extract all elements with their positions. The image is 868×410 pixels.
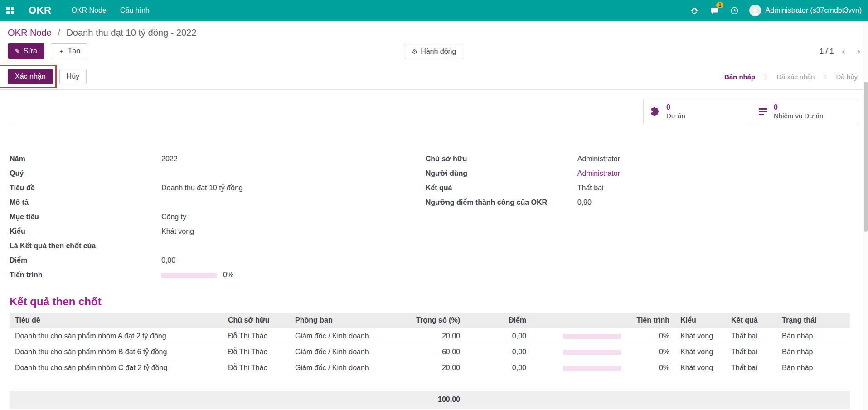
column-state[interactable]: Trạng thái — [776, 313, 850, 328]
field-row-threshold: Ngưỡng điểm thành công của OKR 0,90 — [426, 197, 858, 211]
field-label: Kiểu — [10, 226, 161, 237]
progress-value: 0% — [223, 269, 233, 281]
cell-weight: 20,00 — [397, 360, 466, 376]
form-fields: Năm 2022 Quý Tiêu đề Doanh thu đạt 10 tỷ… — [10, 153, 858, 284]
field-label: Mục tiêu — [10, 211, 161, 223]
column-kind[interactable]: Kiểu — [675, 313, 726, 328]
pager-next-icon[interactable]: › — [857, 48, 860, 56]
cell-progress: 0% — [532, 344, 675, 360]
field-value-kind: Khát vọng — [161, 226, 194, 237]
action-button[interactable]: ⚙Hành động — [405, 44, 464, 59]
field-label: Năm — [10, 153, 161, 165]
cell-owner: Đỗ Thị Thảo — [223, 360, 290, 376]
cell-title: Doanh thu cho sản phẩm nhóm C đạt 2 tỷ đ… — [10, 360, 223, 376]
edit-button[interactable]: ✎Sửa — [8, 43, 44, 59]
user-avatar — [749, 5, 761, 16]
cell-department: Giám đốc / Kinh doanh — [290, 344, 397, 360]
cell-owner: Đỗ Thị Thảo — [223, 344, 290, 360]
breadcrumb: OKR Node / Doanh thu đạt 10 tỷ đồng - 20… — [0, 21, 868, 41]
form-sheet: 0 Dự án 0 Nhiệm vụ Dự án Năm 2022 Quý — [0, 99, 868, 409]
user-menu[interactable]: Administrator (s37cmdbt3vvn) — [749, 5, 862, 16]
app-brand[interactable]: OKR — [29, 5, 51, 16]
stat-button-projects[interactable]: 0 Dự án — [643, 99, 751, 124]
cell-state: Bản nháp — [776, 344, 850, 360]
field-value-threshold: 0,90 — [577, 197, 592, 208]
topbar-right: 1 Administrator (s37cmdbt3vvn) — [689, 5, 862, 16]
control-left: ✎Sửa ＋Tạo — [8, 43, 262, 59]
field-row-user: Người dùng Administrator — [426, 168, 858, 182]
scrollbar-thumb[interactable] — [864, 82, 868, 232]
pencil-icon: ✎ — [15, 48, 20, 55]
top-navbar: OKR OKR Node Cấu hình 1 — [0, 0, 868, 21]
field-value-score: 0,00 — [161, 255, 175, 266]
field-label: Kết quả — [426, 182, 577, 194]
vertical-scrollbar[interactable] — [863, 21, 868, 410]
weight-total: 100,00 — [397, 391, 466, 409]
cell-progress: 0% — [532, 328, 675, 344]
cell-score: 0,00 — [466, 360, 532, 376]
apps-menu-icon[interactable] — [6, 7, 14, 14]
table-row[interactable]: Doanh thu cho sản phẩm nhóm C đạt 2 tỷ đ… — [10, 360, 850, 376]
messages-icon[interactable]: 1 — [709, 5, 719, 15]
cell-result: Thất bại — [726, 360, 776, 376]
column-score[interactable]: Điểm — [466, 313, 532, 328]
column-owner[interactable]: Chủ sở hữu — [223, 313, 290, 328]
breadcrumb-separator: / — [58, 28, 60, 38]
field-label: Chủ sở hữu — [426, 153, 577, 165]
create-button[interactable]: ＋Tạo — [51, 43, 87, 59]
field-row-progress: Tiến trình 0% — [10, 269, 426, 284]
debug-bug-icon[interactable] — [689, 5, 699, 15]
cell-kind: Khát vọng — [675, 344, 726, 360]
field-label: Ngưỡng điểm thành công của OKR — [426, 197, 577, 208]
field-value-result: Thất bại — [577, 182, 604, 194]
step-cancelled[interactable]: Đã hủy — [833, 73, 860, 81]
stat-projects-label: Dự án — [666, 112, 685, 121]
field-label: Mô tả — [10, 197, 161, 208]
field-value-user-link[interactable]: Administrator — [577, 168, 620, 179]
table-row[interactable]: Doanh thu cho sản phẩm nhóm A đạt 2 tỷ đ… — [10, 328, 850, 344]
tasks-list-icon — [757, 106, 768, 117]
field-label: Là Kết quả then chốt của — [10, 240, 161, 252]
progress-bar — [563, 366, 621, 371]
field-row-score: Điểm 0,00 — [10, 255, 426, 269]
cell-kind: Khát vọng — [675, 328, 726, 344]
progress-bar — [563, 350, 621, 355]
totals-row: 100,00 — [10, 391, 850, 409]
control-panel: ✎Sửa ＋Tạo ⚙Hành động 1 / 1 ‹ › — [0, 41, 868, 64]
column-result[interactable]: Kết quả — [726, 313, 776, 328]
column-title[interactable]: Tiêu đề — [10, 313, 223, 328]
step-arrow-icon — [821, 74, 827, 80]
cell-score: 0,00 — [466, 328, 532, 344]
field-label: Điểm — [10, 255, 161, 266]
control-center: ⚙Hành động — [262, 44, 606, 59]
cell-weight: 60,00 — [397, 344, 466, 360]
pager-counter: 1 / 1 — [820, 48, 834, 56]
stat-button-strip: 0 Dự án 0 Nhiệm vụ Dự án — [10, 99, 858, 124]
progress-bar — [161, 273, 217, 278]
confirm-button[interactable]: Xác nhận — [8, 69, 53, 84]
menu-okr-node[interactable]: OKR Node — [71, 6, 106, 14]
statusbar: Xác nhận Hủy Bản nháp Đã xác nhận Đã hủy — [0, 64, 868, 90]
cell-owner: Đỗ Thị Thảo — [223, 328, 290, 344]
pager-previous-icon[interactable]: ‹ — [842, 48, 845, 56]
column-weight[interactable]: Trọng số (%) — [397, 313, 466, 328]
step-confirmed[interactable]: Đã xác nhận — [774, 73, 817, 81]
field-row-parent-kr: Là Kết quả then chốt của — [10, 240, 426, 255]
field-row-year: Năm 2022 — [10, 153, 426, 168]
step-draft[interactable]: Bản nháp — [722, 73, 758, 81]
table-row[interactable]: Doanh thu cho sản phẩm nhóm B đạt 6 tỷ đ… — [10, 344, 850, 360]
breadcrumb-parent-link[interactable]: OKR Node — [8, 28, 52, 38]
column-progress[interactable]: Tiến trình — [532, 313, 675, 328]
field-row-goal: Mục tiêu Công ty — [10, 211, 426, 226]
form-left-column: Năm 2022 Quý Tiêu đề Doanh thu đạt 10 tỷ… — [10, 153, 426, 284]
control-right: 1 / 1 ‹ › — [606, 48, 860, 56]
menu-config[interactable]: Cấu hình — [120, 6, 150, 14]
field-row-quarter: Quý — [10, 168, 426, 182]
stat-projects-count: 0 — [666, 103, 685, 112]
stat-tasks-count: 0 — [774, 103, 823, 112]
breadcrumb-current: Doanh thu đạt 10 tỷ đồng - 2022 — [66, 28, 196, 38]
activities-clock-icon[interactable] — [729, 5, 739, 15]
cancel-button[interactable]: Hủy — [59, 69, 87, 84]
stat-button-project-tasks[interactable]: 0 Nhiệm vụ Dự án — [751, 99, 858, 124]
column-department[interactable]: Phòng ban — [290, 313, 397, 328]
